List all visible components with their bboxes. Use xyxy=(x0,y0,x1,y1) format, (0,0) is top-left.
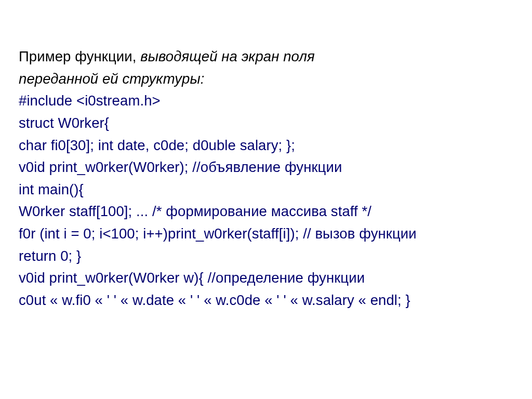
code-line-3: char fi0[30]; int date, c0de; d0uble sal… xyxy=(19,135,513,157)
heading-plain: Пример функции, xyxy=(19,48,140,64)
code-line-5: int main(){ xyxy=(19,179,513,201)
code-line-7: f0r (int i = 0; i<100; i++)print_w0rker(… xyxy=(19,223,513,245)
code-line-1: #include <i0stream.h> xyxy=(19,90,513,112)
heading-italic-2: переданной ей структуры: xyxy=(19,71,204,87)
code-line-2: struct W0rker{ xyxy=(19,112,513,135)
slide: Пример функции, выводящей на экран поля … xyxy=(0,0,532,399)
heading-line-2: переданной ей структуры: xyxy=(19,68,513,90)
code-line-9: v0id print_w0rker(W0rker w){ //определен… xyxy=(19,267,513,289)
code-line-6: W0rker staff[100]; ... /* формирование м… xyxy=(19,201,513,223)
heading-line-1: Пример функции, выводящей на экран поля xyxy=(19,46,513,68)
code-line-8: return 0; } xyxy=(19,245,513,268)
code-line-10: c0ut « w.fi0 « ' ' « w.date « ' ' « w.c0… xyxy=(19,289,513,312)
heading-italic-1: выводящей на экран поля xyxy=(140,48,315,64)
code-line-4: v0id print_w0rker(W0rker); //объявление … xyxy=(19,156,513,179)
